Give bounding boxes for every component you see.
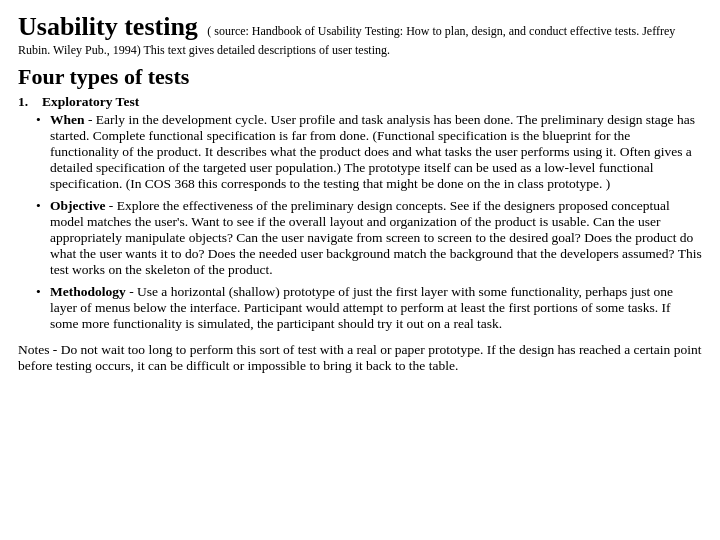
separator-when: - — [85, 112, 96, 127]
bullet-content-objective: Objective - Explore the effectiveness of… — [50, 198, 702, 278]
bullet-list: • When - Early in the development cycle.… — [36, 112, 702, 332]
notes-text: Notes - Do not wait too long to perform … — [18, 342, 701, 373]
bullet-dot-3: • — [36, 284, 46, 300]
bullet-dot-2: • — [36, 198, 46, 214]
separator-methodology: - — [126, 284, 137, 299]
text-objective: Explore the effectiveness of the prelimi… — [50, 198, 702, 277]
notes-block: Notes - Do not wait too long to perform … — [18, 342, 702, 374]
term-objective: Objective — [50, 198, 105, 213]
item-label: Exploratory Test — [42, 94, 139, 110]
page-title-block: Usability testing ( source: Handbook of … — [18, 12, 702, 58]
numbered-list-item: 1. Exploratory Test — [18, 94, 702, 110]
term-methodology: Methodology — [50, 284, 126, 299]
bullet-item-methodology: • Methodology - Use a horizontal (shallo… — [36, 284, 702, 332]
text-methodology: Use a horizontal (shallow) prototype of … — [50, 284, 673, 331]
separator-objective: - — [105, 198, 116, 213]
item-number: 1. — [18, 94, 36, 110]
term-when: When — [50, 112, 85, 127]
bullet-content-when: When - Early in the development cycle. U… — [50, 112, 702, 192]
bullet-item-when: • When - Early in the development cycle.… — [36, 112, 702, 192]
bullet-dot-1: • — [36, 112, 46, 128]
section-heading: Four types of tests — [18, 64, 702, 90]
text-when: Early in the development cycle. User pro… — [50, 112, 695, 191]
bullet-content-methodology: Methodology - Use a horizontal (shallow)… — [50, 284, 702, 332]
bullet-item-objective: • Objective - Explore the effectiveness … — [36, 198, 702, 278]
main-title: Usability testing — [18, 12, 198, 41]
